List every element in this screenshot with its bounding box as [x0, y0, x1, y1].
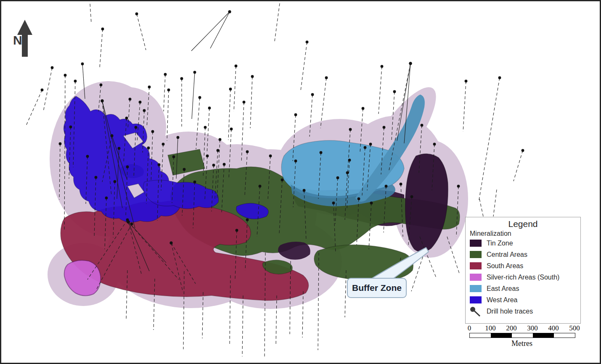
scale-bar-ticks: 0100200300400500 [469, 324, 575, 332]
drill-hole-collar [193, 71, 196, 74]
drill-hole-collar [64, 74, 67, 77]
drill-hole-collar [59, 142, 62, 145]
drill-hole-trace [90, 4, 91, 23]
drill-hole-collar [69, 126, 72, 129]
legend-subtitle: Mineralization [470, 230, 576, 237]
legend-item: Silver-rich Areas (South) [470, 272, 576, 283]
legend-item: West Area [470, 294, 576, 306]
legend-title: Legend [470, 219, 576, 229]
drill-hole-collar [158, 164, 161, 166]
legend-item-label: Central Areas [487, 251, 527, 258]
drill-hole-collar [147, 147, 150, 150]
drill-hole-collar [400, 183, 402, 186]
drill-hole-collar [219, 138, 222, 141]
drill-hole-icon [470, 306, 482, 317]
scale-bar: 0100200300400500 Metres [466, 324, 580, 350]
drill-hole-collar [135, 13, 138, 16]
scale-segment [491, 333, 512, 338]
drill-hole-collar [465, 80, 468, 83]
drill-hole-collar [320, 151, 323, 154]
drill-hole-collar [162, 143, 165, 146]
legend-swatch [470, 262, 482, 269]
drill-hole-collar [164, 73, 167, 76]
drill-hole-collar [177, 136, 180, 139]
drill-hole-collar [364, 146, 367, 149]
scale-tick-label: 300 [527, 324, 538, 332]
scale-tick-label: 400 [548, 324, 559, 332]
drill-hole-trace [479, 78, 500, 202]
drill-hole-collar [51, 66, 54, 69]
drill-hole-trace [191, 12, 230, 51]
legend-swatch [470, 240, 482, 247]
drill-hole-trace [493, 190, 497, 216]
legend-item-label: West Area [487, 296, 518, 304]
drill-hole-trace [43, 68, 52, 111]
drill-hole-collar [269, 155, 272, 158]
drill-hole-collar [100, 84, 103, 87]
drill-hole-collar [246, 219, 249, 222]
drill-hole-collar [217, 149, 220, 152]
drill-hole-collar [294, 113, 297, 116]
drill-hole-collar [204, 126, 207, 129]
drill-hole-collar [362, 107, 365, 110]
drill-hole-collar [281, 179, 284, 182]
drill-hole-collar [139, 101, 142, 104]
buffer-zone-callout: Buffer Zone [347, 278, 407, 298]
legend-items: Tin ZoneCentral AreasSouth AreasSilver-r… [470, 237, 576, 306]
legend-swatch [470, 251, 482, 258]
drill-hole-collar [167, 89, 170, 92]
drill-hole-collar [228, 11, 231, 13]
drill-hole-collar [357, 198, 360, 200]
drill-hole-trace [100, 29, 103, 68]
drill-hole-collar [381, 65, 384, 68]
drill-hole-trace [234, 66, 236, 111]
drill-hole-collar [243, 101, 246, 104]
drill-hole-collar [101, 100, 104, 103]
drill-hole-collar [369, 143, 372, 146]
drill-hole-trace [250, 76, 252, 128]
drill-hole-trace [479, 199, 483, 216]
drill-hole-trace [301, 42, 307, 90]
drill-hole-collar [259, 185, 262, 188]
drill-hole-trace [514, 150, 523, 181]
drill-hole-collar [74, 80, 77, 83]
map-figure: N Buffer Zone Legend Mineralization Tin … [0, 0, 601, 364]
drill-hole-collar [421, 124, 424, 127]
drill-hole-collar [230, 128, 233, 131]
drill-hole-collar [522, 149, 524, 152]
drill-hole-collar [118, 147, 121, 150]
drill-hole-collar [206, 155, 209, 158]
legend-item-label: Drill hole traces [487, 308, 533, 315]
legend-item-label: Tin Zone [487, 240, 513, 247]
scale-tick-label: 200 [506, 324, 517, 332]
legend-item: East Areas [470, 283, 576, 294]
drill-hole-collar [111, 135, 114, 137]
drill-hole-trace [463, 81, 466, 132]
drill-hole-collar [151, 130, 154, 133]
north-label: N [13, 33, 22, 47]
drill-hole-collar [383, 126, 386, 129]
drill-hole-collar [172, 156, 175, 158]
drill-hole-collar [433, 143, 436, 146]
scale-tick-label: 100 [485, 324, 496, 332]
legend-item-drill-holes: Drill hole traces [470, 306, 576, 317]
drill-hole-trace [137, 14, 146, 50]
drill-hole-collar [223, 163, 226, 166]
drill-hole-collar [246, 150, 249, 153]
legend-item-label: South Areas [487, 262, 523, 270]
drill-hole-collar [370, 202, 373, 205]
drill-hole-collar [303, 189, 306, 192]
drill-hole-collar [101, 28, 104, 31]
legend-swatch [470, 274, 482, 281]
drill-hole-collar [81, 63, 84, 66]
drill-hole-collar [349, 128, 352, 131]
drill-hole-collar [41, 89, 44, 92]
drill-hole-collar [129, 98, 132, 101]
legend-item: Tin Zone [470, 237, 576, 249]
drill-hole-collar [95, 176, 98, 179]
drill-hole-collar [325, 76, 328, 79]
scale-tick-label: 0 [468, 324, 471, 332]
drill-hole-collar [143, 109, 146, 112]
buffer-zone-callout-label: Buffer Zone [352, 283, 402, 293]
drill-hole-trace [228, 89, 230, 140]
